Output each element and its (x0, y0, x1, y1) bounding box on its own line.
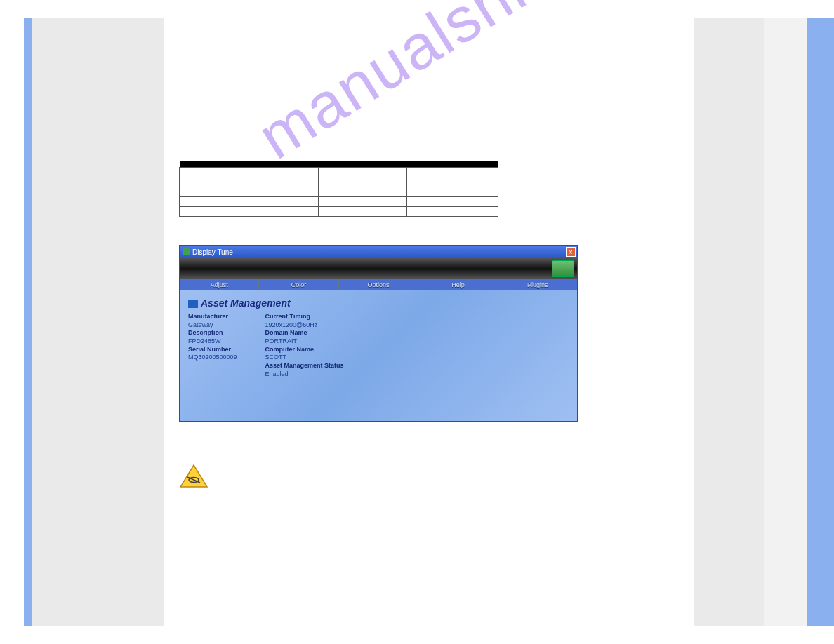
display-tune-window: Display Tune × Adjust Color Options Help… (179, 245, 578, 422)
monitor-icon (188, 300, 198, 308)
sidebar-column (32, 18, 164, 626)
window-title: Display Tune (192, 248, 233, 256)
table-row (180, 207, 498, 217)
right-column-2 (764, 18, 807, 626)
table-header (319, 161, 407, 168)
tab-color[interactable]: Color (259, 279, 338, 290)
tab-options[interactable]: Options (339, 279, 418, 290)
window-titlebar: Display Tune × (180, 246, 577, 258)
table-row (180, 187, 498, 197)
table-header (407, 161, 498, 168)
computer-label: Computer Name (265, 346, 344, 354)
watermark-text: manualshive.com (246, 0, 719, 173)
description-value: FPD2485W (188, 337, 237, 346)
info-right-column: Current Timing 1920x1200@60Hz Domain Nam… (265, 313, 344, 379)
right-column-1 (694, 18, 764, 626)
computer-value: SCOTT (265, 354, 344, 362)
table-row (180, 168, 498, 177)
status-value: Enabled (265, 370, 344, 379)
serial-value: MQ30200500009 (188, 354, 237, 362)
domain-value: PORTRAIT (265, 337, 344, 346)
table-row (180, 177, 498, 187)
tabbar: Adjust Color Options Help Plugins (180, 279, 577, 290)
status-label: Asset Management Status (265, 362, 344, 370)
main-content: Display Tune × Adjust Color Options Help… (179, 161, 684, 489)
svg-marker-0 (180, 465, 207, 487)
blue-edge-left (24, 18, 32, 626)
manufacturer-label: Manufacturer (188, 313, 237, 321)
info-left-column: Manufacturer Gateway Description FPD2485… (188, 313, 237, 379)
warning-icon (179, 464, 208, 489)
toolbar (180, 258, 577, 279)
page: manualshive.com Display Tune × (0, 0, 834, 644)
panel-title: Asset Management (188, 297, 569, 309)
table-row (180, 197, 498, 207)
spec-table (179, 161, 498, 217)
description-label: Description (188, 329, 237, 337)
tab-help[interactable]: Help (418, 279, 498, 290)
manufacturer-value: Gateway (188, 321, 237, 330)
table-header (180, 161, 237, 168)
blue-edge-right (807, 18, 834, 626)
tab-plugins[interactable]: Plugins (498, 279, 577, 290)
tab-adjust[interactable]: Adjust (180, 279, 259, 290)
asset-management-panel: Asset Management Manufacturer Gateway De… (180, 290, 577, 421)
serial-label: Serial Number (188, 346, 237, 354)
table-header (237, 161, 319, 168)
table-header-row (180, 161, 498, 168)
app-icon (183, 248, 190, 255)
timing-value: 1920x1200@60Hz (265, 321, 344, 330)
domain-label: Domain Name (265, 329, 344, 337)
close-button[interactable]: × (566, 247, 576, 257)
timing-label: Current Timing (265, 313, 344, 321)
device-button[interactable] (552, 260, 574, 277)
